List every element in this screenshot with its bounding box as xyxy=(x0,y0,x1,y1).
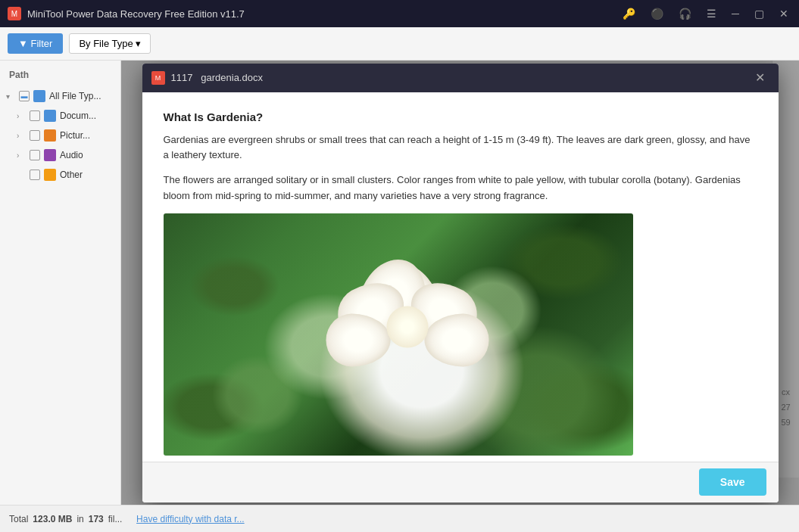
sidebar-path-header: Path xyxy=(0,67,120,86)
flower-center xyxy=(386,306,428,348)
sidebar-label-audio: Audio xyxy=(60,150,83,160)
main-content: M 1117 gardenia.docx ✕ What Is Gardenia?… xyxy=(121,61,799,505)
content-area: Path ▾ ▬ All File Typ... › Docum... › xyxy=(0,61,799,505)
preview-dialog: M 1117 gardenia.docx ✕ What Is Gardenia?… xyxy=(142,64,779,502)
sidebar-label-pictures: Pictur... xyxy=(60,130,90,141)
close-button[interactable]: ✕ xyxy=(776,6,791,21)
dialog-title-num: 1117 xyxy=(171,72,193,83)
minimize-button[interactable]: ─ xyxy=(729,6,742,21)
expand-arrow-pictures-icon: › xyxy=(17,132,26,140)
app-icon: M xyxy=(8,7,21,20)
checkbox-other[interactable] xyxy=(30,170,40,180)
key-icon[interactable]: 🔑 xyxy=(620,6,638,21)
file-count: 173 xyxy=(89,514,104,524)
document-paragraph-2: The flowers are arranged solitary or in … xyxy=(164,173,757,204)
folder-audio-icon xyxy=(44,149,56,161)
dialog-title-bar: M 1117 gardenia.docx ✕ xyxy=(142,64,779,92)
sidebar-item-audio[interactable]: › Audio xyxy=(0,145,120,165)
app-window: ▼ Filter By File Type ▾ Path ▾ ▬ All Fil… xyxy=(0,27,799,532)
sidebar-label-other: Other xyxy=(60,170,83,180)
help-link[interactable]: Have difficulty with data r... xyxy=(136,514,245,524)
folder-all-icon xyxy=(33,90,45,102)
folder-pictures-icon xyxy=(44,129,56,142)
circle-icon[interactable]: ⚫ xyxy=(648,6,666,21)
sidebar-label-all-file-types: All File Typ... xyxy=(49,91,101,101)
expand-arrow-icon: ▾ xyxy=(6,92,15,101)
dialog-app-icon: M xyxy=(151,71,165,85)
in-label: in xyxy=(76,514,83,524)
save-button[interactable]: Save xyxy=(699,468,766,496)
checkbox-audio[interactable] xyxy=(30,150,40,160)
window-controls: 🔑 ⚫ 🎧 ☰ ─ ▢ ✕ xyxy=(620,6,791,21)
flower-petals xyxy=(332,255,483,399)
expand-arrow-audio-icon: › xyxy=(17,151,26,160)
petal-6 xyxy=(424,314,488,367)
folder-other-icon xyxy=(44,169,56,181)
dialog-title: 1117 gardenia.docx xyxy=(171,72,744,83)
document-heading: What Is Gardenia? xyxy=(164,110,757,123)
sidebar-item-all-file-types[interactable]: ▾ ▬ All File Typ... xyxy=(0,86,120,106)
expand-arrow-documents-icon: › xyxy=(17,112,26,120)
total-size: 123.0 MB xyxy=(33,514,72,524)
sidebar-item-other[interactable]: › Other xyxy=(0,165,120,185)
headphone-icon[interactable]: 🎧 xyxy=(676,6,694,21)
restore-button[interactable]: ▢ xyxy=(751,6,767,21)
document-paragraph-1: Gardenias are evergreen shrubs or small … xyxy=(164,132,757,164)
title-bar: M MiniTool Power Data Recovery Free Edit… xyxy=(0,0,799,27)
dialog-close-button[interactable]: ✕ xyxy=(751,69,769,86)
files-label: fil... xyxy=(108,514,123,524)
gardenia-image xyxy=(164,213,633,456)
sidebar-label-documents: Docum... xyxy=(60,110,96,121)
dialog-title-filename: gardenia.docx xyxy=(201,72,263,83)
dialog-content: What Is Gardenia? Gardenias are evergree… xyxy=(142,92,779,462)
total-label: Total xyxy=(9,514,28,524)
checkbox-pictures[interactable] xyxy=(30,130,40,141)
menu-icon[interactable]: ☰ xyxy=(704,6,719,21)
sidebar: Path ▾ ▬ All File Typ... › Docum... › xyxy=(0,61,121,505)
toolbar: ▼ Filter By File Type ▾ xyxy=(0,27,799,61)
dialog-footer: Save xyxy=(142,462,779,502)
status-bar: Total 123.0 MB in 173 fil... Have diffic… xyxy=(0,505,799,532)
sidebar-item-pictures[interactable]: › Pictur... xyxy=(0,126,120,145)
checkbox-documents[interactable] xyxy=(30,110,40,121)
app-title: MiniTool Power Data Recovery Free Editio… xyxy=(27,8,613,20)
filter-button[interactable]: ▼ Filter xyxy=(8,33,63,54)
sidebar-item-documents[interactable]: › Docum... xyxy=(0,106,120,126)
checkbox-all-file-types[interactable]: ▬ xyxy=(19,91,30,101)
by-file-type-button[interactable]: By File Type ▾ xyxy=(69,33,151,54)
folder-documents-icon xyxy=(44,110,56,122)
